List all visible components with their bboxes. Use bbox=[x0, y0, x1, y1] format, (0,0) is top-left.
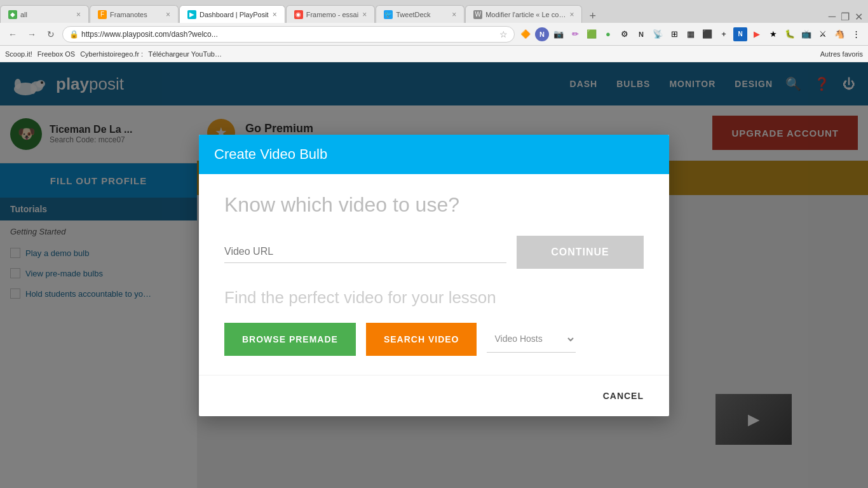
bookmark-autres[interactable]: Autres favoris bbox=[820, 50, 863, 58]
toolbar-icons: 🔶 N 📷 ✏ 🟩 ● ⚙ N 📡 ⊞ ▦ ⬛ + N ▶ ★ 🐛 📺 ⚔ 🐴 … bbox=[519, 27, 863, 41]
tab-favicon-playposit: ▶ bbox=[187, 10, 196, 19]
new-tab-button[interactable]: + bbox=[583, 10, 602, 23]
lock-icon: 🔒 bbox=[69, 30, 79, 39]
tab-label-framemo: Framemo - essai bbox=[306, 11, 359, 18]
tab-favicon-modifier: W bbox=[473, 10, 482, 19]
extension-icon-8[interactable]: N bbox=[634, 27, 648, 41]
tab-label-playposit: Dashboard | PlayPosit bbox=[200, 11, 269, 18]
tab-label-all: all bbox=[20, 11, 72, 18]
modal-body: Know which video to use? CONTINUE Find t… bbox=[199, 174, 669, 375]
tab-close-tweetdeck[interactable]: × bbox=[452, 10, 456, 19]
video-hosts-select[interactable]: Video Hosts bbox=[487, 326, 576, 353]
chrome-menu-icon[interactable]: ⋮ bbox=[849, 27, 863, 41]
modal-footer: CANCEL bbox=[199, 375, 669, 416]
tab-close-framanotes[interactable]: × bbox=[166, 10, 170, 19]
tab-label-modifier: Modifier l'article « Le co… bbox=[485, 11, 566, 18]
extension-icon-17[interactable]: 🐛 bbox=[783, 27, 797, 41]
extension-icon-16[interactable]: ★ bbox=[766, 27, 780, 41]
tab-favicon-framanotes: F bbox=[98, 10, 107, 19]
tab-framemo[interactable]: ◉ Framemo - essai × bbox=[286, 5, 376, 23]
extension-icon-20[interactable]: 🐴 bbox=[832, 27, 846, 41]
tab-playposit[interactable]: ▶ Dashboard | PlayPosit × bbox=[179, 5, 285, 23]
video-url-input[interactable] bbox=[224, 241, 506, 263]
extension-icon-15[interactable]: ▶ bbox=[750, 27, 764, 41]
url-input[interactable]: 🔒 https://www.playposit.com/dash?welco..… bbox=[62, 26, 515, 43]
create-video-bulb-modal: Create Video Bulb Know which video to us… bbox=[199, 135, 669, 416]
extension-icon-9[interactable]: 📡 bbox=[651, 27, 665, 41]
tab-all[interactable]: ◆ all × bbox=[0, 5, 89, 23]
extension-icon-2[interactable]: N bbox=[535, 27, 549, 41]
bookmarks-bar: Scoop.it! Freebox OS Cyberhistoiregeo.fr… bbox=[0, 46, 868, 62]
forward-button[interactable]: → bbox=[24, 27, 39, 42]
search-video-button[interactable]: SEARCH VIDEO bbox=[366, 323, 477, 356]
extension-icon-19[interactable]: ⚔ bbox=[816, 27, 830, 41]
extension-icon-13[interactable]: + bbox=[717, 27, 731, 41]
extension-icon-3[interactable]: 📷 bbox=[552, 27, 566, 41]
close-window-button[interactable]: ✕ bbox=[855, 11, 863, 23]
tab-close-playposit[interactable]: × bbox=[273, 10, 277, 19]
modal-header: Create Video Bulb bbox=[199, 135, 669, 174]
tab-close-modifier[interactable]: × bbox=[569, 10, 574, 19]
cancel-button[interactable]: CANCEL bbox=[603, 386, 644, 406]
browse-premade-button[interactable]: BROWSE PREMADE bbox=[224, 323, 356, 356]
continue-button[interactable]: CONTINUE bbox=[517, 236, 644, 269]
extension-icon-1[interactable]: 🔶 bbox=[519, 27, 532, 41]
tab-label-tweetdeck: TweetDeck bbox=[396, 11, 448, 18]
restore-button[interactable]: ❐ bbox=[841, 11, 850, 23]
tab-favicon-all: ◆ bbox=[8, 10, 17, 19]
bookmark-star-icon[interactable]: ☆ bbox=[499, 29, 508, 39]
bookmark-scoopit[interactable]: Scoop.it! bbox=[5, 50, 32, 58]
extension-icon-5[interactable]: 🟩 bbox=[585, 27, 599, 41]
minimize-button[interactable]: ─ bbox=[829, 11, 836, 23]
extension-icon-14[interactable]: N bbox=[733, 27, 747, 41]
tab-close-all[interactable]: × bbox=[76, 10, 81, 19]
tab-tweetdeck[interactable]: 🐦 TweetDeck × bbox=[376, 5, 465, 23]
tab-modifier[interactable]: W Modifier l'article « Le co… × bbox=[465, 5, 582, 23]
tab-favicon-framemo: ◉ bbox=[294, 10, 303, 19]
extension-icon-7[interactable]: ⚙ bbox=[618, 27, 632, 41]
refresh-button[interactable]: ↻ bbox=[43, 27, 58, 42]
modal-overlay: Create Video Bulb Know which video to us… bbox=[0, 62, 868, 488]
tab-framanotes[interactable]: F Framanotes × bbox=[90, 5, 179, 23]
url-row: CONTINUE bbox=[224, 236, 644, 269]
tab-favicon-tweetdeck: 🐦 bbox=[384, 10, 393, 19]
bookmark-cyberhistoire[interactable]: Cyberhistoiregeo.fr : bbox=[80, 50, 143, 58]
find-video-text: Find the perfect video for your lesson bbox=[224, 288, 644, 308]
modal-title: Create Video Bulb bbox=[214, 146, 654, 163]
tab-close-framemo[interactable]: × bbox=[362, 10, 367, 19]
extension-icon-10[interactable]: ⊞ bbox=[667, 27, 681, 41]
extension-icon-4[interactable]: ✏ bbox=[568, 27, 582, 41]
extension-icon-12[interactable]: ⬛ bbox=[700, 27, 714, 41]
bookmark-youtube[interactable]: Téléchargeur YouTub… bbox=[148, 50, 222, 58]
extension-icon-18[interactable]: 📺 bbox=[799, 27, 813, 41]
extension-icon-6[interactable]: ● bbox=[601, 27, 615, 41]
modal-question: Know which video to use? bbox=[224, 193, 644, 217]
action-row: BROWSE PREMADE SEARCH VIDEO Video Hosts bbox=[224, 323, 644, 356]
back-button[interactable]: ← bbox=[5, 27, 20, 42]
url-text: https://www.playposit.com/dash?welco... bbox=[81, 30, 497, 39]
address-bar: ← → ↻ 🔒 https://www.playposit.com/dash?w… bbox=[0, 23, 868, 46]
bookmark-freebox[interactable]: Freebox OS bbox=[37, 50, 75, 58]
extension-icon-11[interactable]: ▦ bbox=[684, 27, 698, 41]
browser-tab-bar: ◆ all × F Framanotes × ▶ Dashboard | Pla… bbox=[0, 0, 868, 23]
tab-label-framanotes: Framanotes bbox=[110, 11, 162, 18]
